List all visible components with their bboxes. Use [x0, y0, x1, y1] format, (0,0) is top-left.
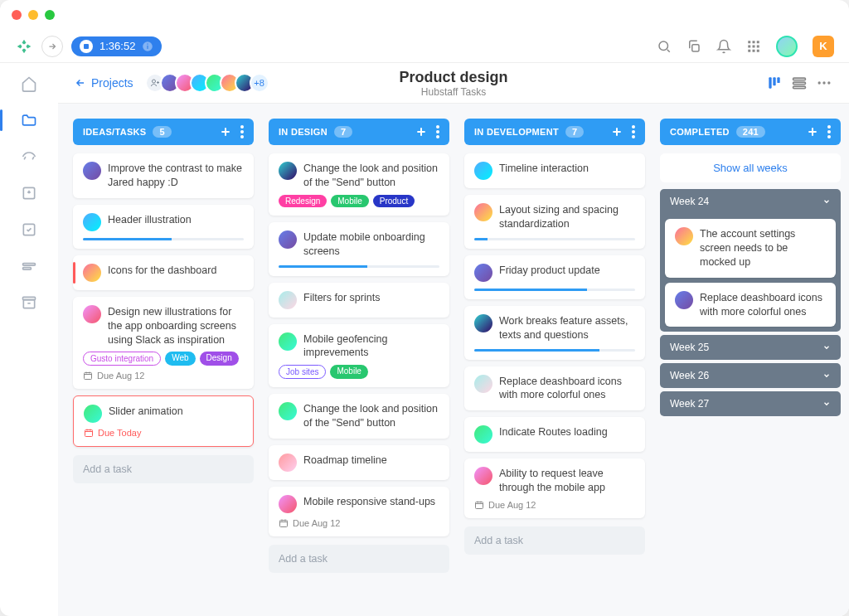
member-avatars[interactable]: +8 — [145, 73, 269, 93]
task-card[interactable]: Replace deashboard icons with more color… — [665, 283, 836, 327]
task-card[interactable]: Layout sizing and spacing standardizatio… — [464, 195, 645, 249]
week-header[interactable]: Week 26 — [660, 363, 841, 388]
week-header[interactable]: Week 24 — [660, 189, 841, 214]
forward-button[interactable] — [41, 36, 63, 57]
task-card[interactable]: Header illustration — [73, 205, 254, 249]
week-label: Week 27 — [670, 398, 709, 410]
copy-icon[interactable] — [686, 39, 701, 54]
task-card[interactable]: Friday product update — [464, 255, 645, 299]
apps-grid-icon[interactable] — [746, 39, 761, 54]
column-header[interactable]: COMPLETED 241 — [660, 119, 841, 145]
bell-icon[interactable] — [716, 39, 731, 54]
calendar-icon — [474, 500, 484, 510]
topbar: 1:36:52 K — [0, 30, 849, 63]
user-avatar[interactable] — [776, 36, 798, 57]
maximize-window-button[interactable] — [45, 10, 55, 20]
workspace-badge[interactable]: K — [813, 36, 834, 57]
archive-icon[interactable] — [20, 293, 38, 312]
kebab-icon[interactable] — [436, 125, 439, 138]
roadmap-icon[interactable] — [20, 257, 38, 275]
card-title: Improve the contrast to make Jared happy… — [108, 162, 244, 190]
column-header[interactable]: IN DESIGN 7 — [269, 119, 449, 145]
task-card[interactable]: Improve the contrast to make Jared happy… — [73, 153, 254, 198]
svg-rect-38 — [280, 521, 288, 527]
task-card[interactable]: Design new illustrations for the app onb… — [73, 297, 254, 390]
add-task-button[interactable]: Add a task — [73, 455, 254, 483]
week-label: Week 26 — [670, 370, 709, 381]
show-all-weeks-button[interactable]: Show all weeks — [660, 153, 841, 182]
kebab-icon[interactable] — [827, 125, 831, 138]
assignee-avatar — [279, 230, 297, 249]
svg-point-29 — [827, 81, 830, 84]
task-card[interactable]: Roadmap timeline — [269, 445, 449, 480]
assignee-avatar — [675, 291, 693, 309]
svg-rect-42 — [476, 502, 483, 509]
svg-rect-12 — [753, 49, 755, 51]
timer-value: 1:36:52 — [99, 40, 135, 52]
list-view-icon[interactable] — [791, 75, 808, 91]
tag: Mobile — [331, 195, 368, 207]
assignee-avatar — [279, 291, 297, 309]
more-icon[interactable] — [816, 75, 832, 91]
assignee-avatar — [474, 467, 492, 485]
column-header[interactable]: IDEAS/TASKS 5 — [73, 119, 254, 145]
card-title: Filters for sprints — [303, 291, 380, 305]
column-count: 241 — [736, 126, 765, 138]
task-card[interactable]: Change the look and position of the "Sen… — [269, 394, 449, 439]
task-card[interactable]: Mobile responsive stand-upsDue Aug 12 — [269, 487, 449, 536]
task-card[interactable]: Indicate Routes loading — [464, 417, 645, 452]
task-card[interactable]: Change the look and position of the "Sen… — [269, 153, 449, 216]
svg-rect-7 — [757, 41, 759, 43]
svg-point-32 — [240, 135, 244, 138]
sidebar — [0, 63, 58, 616]
due-date: Due Aug 12 — [474, 500, 635, 510]
task-card[interactable]: Timeline interaction — [464, 153, 645, 188]
stop-icon[interactable] — [80, 40, 93, 53]
inbox-icon[interactable] — [20, 184, 38, 202]
task-card[interactable]: Filters for sprints — [269, 283, 449, 318]
tag: Gusto integration — [83, 352, 161, 366]
card-title: Ability to request leave through the mob… — [499, 467, 635, 495]
timer-widget[interactable]: 1:36:52 — [71, 36, 162, 56]
card-title: Roadmap timeline — [303, 454, 387, 468]
task-card[interactable]: Icons for the dashboard — [73, 255, 254, 290]
add-task-button[interactable]: Add a task — [269, 545, 449, 573]
home-icon[interactable] — [20, 75, 38, 93]
folder-icon[interactable] — [20, 111, 38, 129]
kebab-icon[interactable] — [240, 125, 244, 138]
plus-icon[interactable] — [610, 125, 623, 138]
column-header[interactable]: IN DEVELOPMENT 7 — [464, 119, 645, 145]
add-task-button[interactable]: Add a task — [464, 526, 645, 555]
svg-point-20 — [152, 80, 155, 83]
task-card[interactable]: Work breaks feature assets, texts and qu… — [464, 306, 645, 360]
task-card[interactable]: Replace deashboard icons with more color… — [464, 366, 645, 411]
task-card[interactable]: Mobile geofencing imprevements Job sites… — [269, 324, 449, 388]
plus-icon[interactable] — [219, 125, 232, 138]
plus-icon[interactable] — [806, 125, 819, 138]
board-view-icon[interactable] — [766, 75, 783, 91]
assignee-avatar — [84, 405, 102, 423]
close-window-button[interactable] — [12, 10, 22, 20]
plus-icon[interactable] — [415, 125, 428, 138]
task-card[interactable]: The account settings screen needs to be … — [665, 219, 836, 278]
task-card[interactable]: Update mobile onboarding screens — [269, 222, 449, 276]
svg-rect-19 — [23, 297, 36, 299]
back-to-projects-link[interactable]: Projects — [75, 76, 133, 90]
svg-point-45 — [827, 135, 831, 138]
checklist-icon[interactable] — [20, 221, 38, 239]
week-header[interactable]: Week 27 — [660, 391, 841, 416]
kebab-icon[interactable] — [632, 125, 635, 138]
svg-rect-33 — [85, 373, 92, 380]
task-card[interactable]: Slider animation Due Today — [73, 395, 254, 447]
minimize-window-button[interactable] — [28, 10, 38, 20]
assignee-avatar — [675, 227, 693, 245]
window-titlebar — [0, 0, 849, 30]
task-card[interactable]: Ability to request leave through the mob… — [464, 458, 645, 518]
svg-rect-34 — [85, 430, 93, 437]
column-title: IN DESIGN — [279, 127, 327, 137]
sprint-icon[interactable] — [20, 148, 38, 166]
page-subtitle: Hubstaff Tasks — [399, 86, 507, 98]
week-header[interactable]: Week 25 — [660, 335, 841, 360]
search-icon[interactable] — [657, 39, 672, 54]
member-overflow-count[interactable]: +8 — [250, 73, 269, 93]
